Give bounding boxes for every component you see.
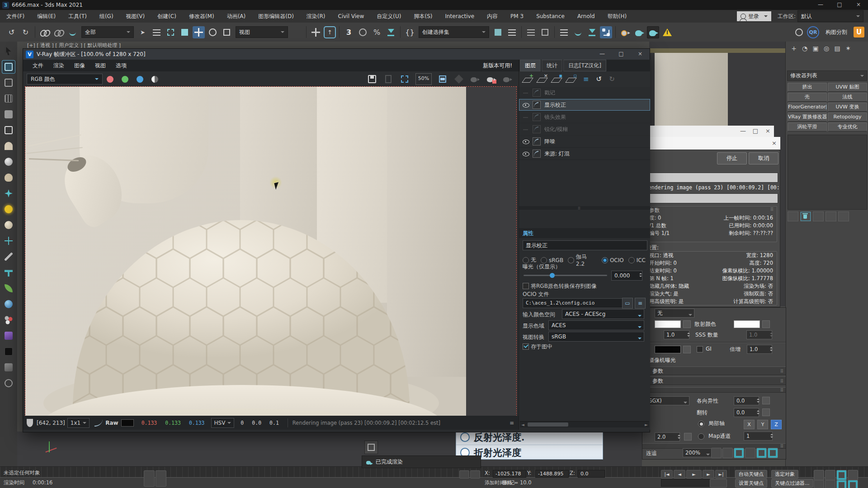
browse-folder-icon[interactable]: ▭ [622, 298, 633, 309]
zoom-region-icon[interactable] [734, 448, 744, 458]
track-mouse-icon[interactable] [453, 74, 464, 84]
axis-button[interactable]: Z [771, 420, 782, 429]
ribbon-toggle-icon[interactable] [539, 26, 551, 38]
redo-icon[interactable]: ↻ [19, 26, 32, 38]
star-tool-icon[interactable] [2, 187, 15, 200]
grid-tool-icon[interactable] [2, 92, 15, 105]
red-channel-icon[interactable] [107, 76, 113, 83]
modifier-button[interactable]: 涡轮平滑 [788, 122, 827, 131]
play-button[interactable]: ► [686, 470, 702, 479]
abs-rel-toggle-icon[interactable] [156, 470, 166, 487]
render-production-icon[interactable] [647, 26, 659, 38]
login-dropdown[interactable]: 登录 [737, 11, 771, 21]
layer-visibility-eye-icon[interactable] [519, 99, 533, 111]
render-last-icon[interactable] [470, 74, 481, 84]
maximize-viewport-icon[interactable] [848, 480, 858, 488]
menu-item[interactable]: 工具(T) [62, 10, 93, 23]
colorspace-radio[interactable]: sRGB [541, 257, 563, 263]
view-transform-dropdown[interactable]: sRGB [548, 332, 644, 342]
colorspace-radio[interactable]: 伽马 2.2 [568, 253, 597, 267]
zoom-extents-icon[interactable] [745, 448, 755, 458]
display-gamut-dropdown[interactable]: ACES [548, 320, 644, 330]
ocio-list-icon[interactable]: ≡ [635, 298, 646, 309]
reference-coordinate-dropdown[interactable]: 视图 [236, 26, 288, 38]
previous-frame-button[interactable]: ◄ [674, 470, 685, 479]
add-layer-icon[interactable]: + [522, 74, 533, 84]
ball-material-icon[interactable] [2, 219, 15, 231]
pan-hand-icon[interactable] [711, 448, 722, 458]
colorspace-radio[interactable]: ICC [628, 257, 646, 263]
scrollbar-thumb[interactable] [528, 422, 568, 427]
ocio-path-field[interactable]: C:\aces_1.2\config.ocio [523, 298, 624, 308]
multiplier-field[interactable]: 1.0 [747, 345, 772, 354]
map-slot-dropdown[interactable]: 无 [655, 309, 694, 318]
rotation-spinner[interactable] [756, 408, 761, 416]
mated-zoom-dropdown[interactable]: 200% [683, 448, 712, 457]
square-shape-icon[interactable] [2, 124, 15, 136]
snowflake-tool-icon[interactable] [2, 235, 15, 247]
select-object-icon[interactable]: ➤ [137, 26, 149, 38]
local-axis-radio[interactable] [698, 421, 704, 427]
panel-scrollbar[interactable]: ◄ ► [520, 421, 649, 427]
close-button[interactable]: × [849, 0, 868, 10]
dialog-maximize-icon[interactable]: □ [753, 127, 758, 134]
alpha-channel-icon[interactable] [151, 76, 158, 83]
modifier-button[interactable]: VRay 置换修改器 [788, 113, 827, 122]
layer-visibility-eye-icon[interactable] [519, 111, 533, 123]
layer-row[interactable]: 镜头效果 [519, 111, 650, 123]
amount-field[interactable]: 1.0 [664, 330, 689, 339]
layer-manager-icon[interactable] [525, 26, 537, 38]
gtr-spinner[interactable] [677, 432, 682, 441]
blue-sphere-icon[interactable] [2, 298, 15, 310]
hammer-tool-icon[interactable] [2, 266, 15, 279]
update-notice[interactable]: 新版本可用! [483, 62, 519, 70]
uv-box-icon[interactable] [2, 76, 15, 89]
next-frame-button[interactable]: ► [703, 470, 714, 479]
selection-lock-icon[interactable] [144, 470, 155, 487]
raw-mode-label[interactable]: Raw [105, 420, 118, 426]
key-mode-toggle[interactable] [710, 479, 727, 488]
curve-editor-icon[interactable] [572, 26, 584, 38]
named-selection-dropdown[interactable]: 创建选择集 [419, 26, 489, 38]
anisotropy-spinner[interactable] [756, 396, 761, 404]
isolate-toggle-icon[interactable] [814, 470, 824, 480]
menu-item[interactable]: 脚本(S) [407, 10, 439, 23]
exposure-slider[interactable] [524, 275, 607, 276]
dome-primitive-icon[interactable] [2, 140, 15, 152]
menu-item[interactable]: 组(G) [93, 10, 120, 23]
unlink-selection-icon[interactable] [52, 26, 65, 38]
x-coordinate-field[interactable]: -1025.178 [493, 470, 526, 478]
save-image-icon[interactable] [367, 74, 377, 84]
save-layers-icon[interactable]: ▪ [551, 74, 562, 84]
create-tab-icon[interactable]: + [788, 43, 799, 53]
curve-icon[interactable] [94, 419, 103, 427]
vfb-menu-item[interactable]: 视图 [90, 62, 111, 70]
mini-panel-icon[interactable] [364, 441, 378, 454]
rollout-params-1[interactable]: 参数⠿ [642, 366, 786, 375]
node-socket-icon[interactable] [460, 432, 470, 442]
anisotropy-field[interactable]: 0.0 [734, 396, 759, 405]
hierarchy-tab-icon[interactable]: ▣ [810, 43, 821, 53]
window-crossing-icon[interactable] [179, 26, 191, 38]
amount-spinner[interactable] [686, 330, 691, 338]
spinner-snap-icon[interactable] [385, 26, 397, 38]
selection-filter-dropdown[interactable]: 全部 [81, 26, 134, 38]
gtr-map-button[interactable] [684, 433, 692, 441]
pan-viewport-icon[interactable] [825, 470, 835, 480]
arnold-ring-icon[interactable] [793, 26, 805, 38]
zoom-extents-viewport-icon[interactable] [825, 480, 835, 488]
motion-tab-icon[interactable]: ◎ [821, 43, 832, 53]
black-swatch-icon[interactable] [2, 345, 15, 358]
gi-map-button[interactable] [683, 346, 691, 353]
make-unique-icon[interactable] [826, 211, 836, 221]
slate-material-editor-icon[interactable] [600, 26, 612, 38]
rollout-divider[interactable]: ⠿ [642, 387, 786, 393]
layer-list-icon[interactable]: ≡ [583, 75, 589, 83]
vfb-menu-item[interactable]: 选项 [111, 62, 132, 70]
help-circle-icon[interactable] [2, 377, 15, 389]
menu-item[interactable]: PM 3 [504, 10, 530, 23]
vfb-menu-item[interactable]: 文件 [28, 62, 48, 70]
pin-stack-icon[interactable] [788, 211, 798, 221]
go-to-start-button[interactable]: |◄ [661, 470, 673, 479]
sss-color-swatch[interactable] [734, 320, 760, 328]
